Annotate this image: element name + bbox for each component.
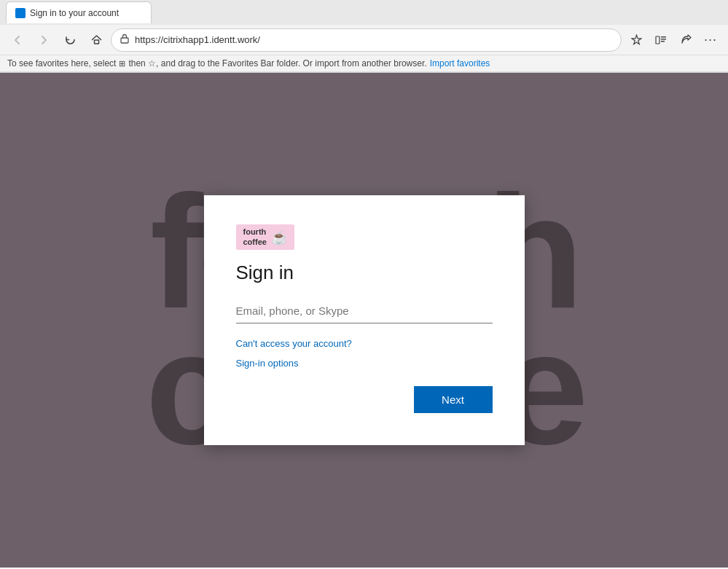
signin-title: Sign in bbox=[236, 262, 493, 284]
cant-access-link[interactable]: Can't access your account? bbox=[236, 338, 493, 349]
browser-chrome: Sign in to your account bbox=[0, 0, 728, 73]
favorites-message: To see favorites here, select bbox=[7, 58, 116, 68]
brand-logo: fourth coffee ☕ bbox=[236, 224, 493, 249]
email-field-wrapper bbox=[236, 302, 493, 323]
favorites-star-button[interactable] bbox=[625, 28, 648, 52]
refresh-button[interactable] bbox=[58, 28, 82, 52]
signin-options-link[interactable]: Sign-in options bbox=[236, 358, 493, 369]
address-bar[interactable] bbox=[111, 28, 622, 52]
logo-box: fourth coffee ☕ bbox=[236, 224, 294, 249]
logo-text: fourth coffee bbox=[243, 227, 267, 246]
tab-favicon bbox=[15, 8, 26, 18]
url-input[interactable] bbox=[135, 34, 612, 45]
nav-actions: ··· bbox=[625, 28, 722, 52]
svg-rect-5 bbox=[661, 41, 665, 42]
tab-title: Sign in to your account bbox=[30, 8, 119, 18]
read-view-button[interactable] bbox=[649, 28, 673, 52]
back-button[interactable] bbox=[6, 28, 29, 52]
svg-rect-3 bbox=[661, 36, 666, 38]
coffee-icon: ☕ bbox=[271, 229, 287, 246]
svg-rect-0 bbox=[94, 40, 98, 44]
favorites-icon-hint: ⊞ bbox=[119, 59, 125, 68]
modal-overlay: fourth coffee ☕ Sign in Can't access you… bbox=[0, 73, 728, 568]
nav-bar: ··· bbox=[0, 25, 728, 55]
favorites-then-text: then ☆, and drag to the Favorites Bar fo… bbox=[128, 58, 426, 68]
svg-rect-1 bbox=[121, 38, 128, 43]
lock-icon bbox=[120, 34, 129, 46]
svg-rect-2 bbox=[656, 36, 659, 44]
import-favorites-link[interactable]: Import favorites bbox=[430, 58, 490, 68]
svg-rect-4 bbox=[661, 39, 666, 40]
favorites-bar: To see favorites here, select ⊞ then ☆, … bbox=[0, 55, 728, 72]
signin-card: fourth coffee ☕ Sign in Can't access you… bbox=[204, 195, 525, 444]
email-input[interactable] bbox=[236, 302, 493, 320]
tab-bar: Sign in to your account bbox=[0, 0, 728, 25]
forward-button[interactable] bbox=[32, 28, 55, 52]
share-button[interactable] bbox=[674, 28, 697, 52]
next-button[interactable]: Next bbox=[414, 386, 493, 413]
page-content: fourth coffee fourth coffee ☕ Sign in bbox=[0, 73, 728, 568]
home-button[interactable] bbox=[85, 28, 108, 52]
more-options-button[interactable]: ··· bbox=[699, 28, 722, 52]
active-tab[interactable]: Sign in to your account bbox=[6, 1, 152, 23]
